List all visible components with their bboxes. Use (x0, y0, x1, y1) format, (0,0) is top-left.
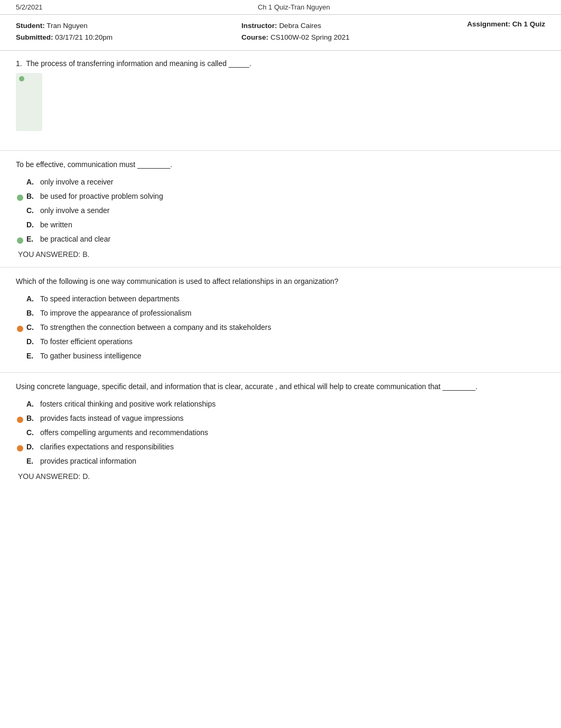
list-item: C. To strengthen the connection between … (26, 322, 545, 333)
list-item: E. To gather business intelligence (26, 351, 545, 362)
list-item: D. To foster efficient operations (26, 336, 545, 347)
page-wrapper: 5/2/2021 Ch 1 Quiz-Tran Nguyen Student: … (0, 0, 561, 489)
q3-text: Which of the following is one way commun… (16, 276, 545, 287)
top-bar: 5/2/2021 Ch 1 Quiz-Tran Nguyen (0, 0, 561, 14)
list-item: E. provides practical information (26, 456, 545, 467)
q2-text: To be effective, communication must ____… (16, 159, 545, 170)
course-line: Course: CS100W-02 Spring 2021 (241, 32, 467, 43)
list-item: B. provides facts instead of vague impre… (26, 413, 545, 424)
q1-text: 1. The process of transferring informati… (16, 59, 545, 68)
orange-dot-c (17, 324, 23, 335)
list-item: B. be used for proactive problem solving (26, 191, 545, 202)
date-label: 5/2/2021 (16, 3, 43, 11)
orange-dot-d (17, 444, 23, 455)
list-item: D. be written (26, 219, 545, 231)
orange-dot-b (17, 415, 23, 426)
q1-image-area (16, 73, 48, 142)
q2-you-answered: YOU ANSWERED: B. (16, 250, 545, 259)
info-header: Student: Tran Nguyen Submitted: 03/17/21… (0, 14, 561, 51)
instructor-line: Instructor: Debra Caires (241, 20, 467, 32)
list-item: B. To improve the appearance of professi… (26, 308, 545, 319)
list-item: A. only involve a receiver (26, 177, 545, 188)
student-line: Student: Tran Nguyen (16, 20, 241, 32)
question-1-section: 1. The process of transferring informati… (0, 51, 561, 151)
question-4-section: Using concrete language, specific detail… (0, 373, 561, 489)
submitted-line: Submitted: 03/17/21 10:20pm (16, 32, 241, 43)
green-dot-b (17, 193, 23, 204)
q4-you-answered: YOU ANSWERED: D. (16, 472, 545, 481)
list-item: C. only involve a sender (26, 205, 545, 216)
assignment-col: Assignment: Ch 1 Quiz (467, 20, 545, 28)
question-3-section: Which of the following is one way commun… (0, 268, 561, 373)
q4-text: Using concrete language, specific detail… (16, 381, 545, 392)
quiz-title: Ch 1 Quiz-Tran Nguyen (258, 3, 330, 11)
list-item: D. clarifies expectations and responsibi… (26, 441, 545, 453)
green-dot-e (17, 236, 23, 247)
q4-options-list: A. fosters critical thinking and positiv… (26, 399, 545, 467)
q3-options-list: A. To speed interaction between departme… (26, 293, 545, 362)
list-item: C. offers compelling arguments and recom… (26, 427, 545, 438)
list-item: A. To speed interaction between departme… (26, 293, 545, 305)
q2-options-list: A. only involve a receiver B. be used fo… (26, 177, 545, 245)
question-2-section: To be effective, communication must ____… (0, 151, 561, 268)
list-item: E. be practical and clear (26, 234, 545, 245)
list-item: A. fosters critical thinking and positiv… (26, 399, 545, 410)
instructor-info-col: Instructor: Debra Caires Course: CS100W-… (241, 20, 467, 43)
student-info-col: Student: Tran Nguyen Submitted: 03/17/21… (16, 20, 241, 43)
